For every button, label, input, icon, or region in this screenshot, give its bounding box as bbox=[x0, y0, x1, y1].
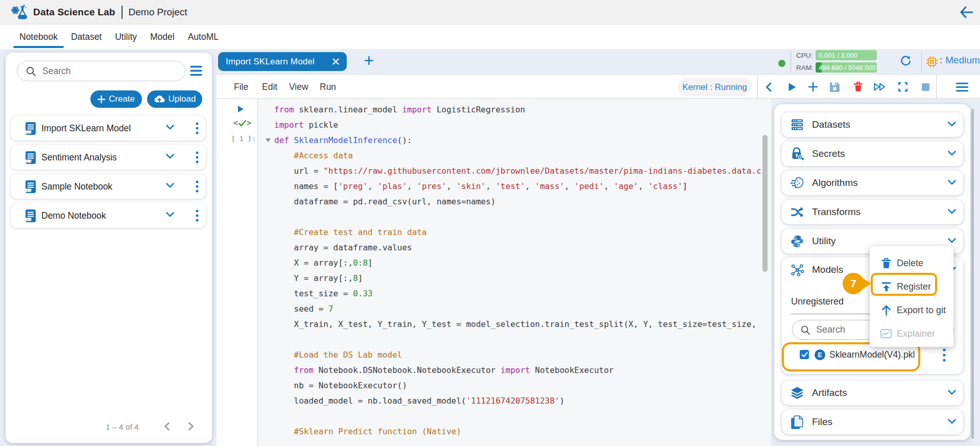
upload-button[interactable]: Upload bbox=[147, 90, 202, 108]
toolbar-prev-cell-button[interactable] bbox=[762, 81, 775, 93]
kernel-status-dot bbox=[778, 60, 785, 67]
menu-view[interactable]: View bbox=[289, 82, 308, 92]
chevron-down-icon bbox=[948, 209, 956, 214]
cell-executed-icon: <> bbox=[233, 119, 251, 128]
panel-scrollbar[interactable] bbox=[971, 109, 974, 439]
chevron-down-icon[interactable] bbox=[166, 183, 174, 188]
code-line: #Access data bbox=[274, 148, 761, 163]
context-menu-item-explainer[interactable]: Explainer bbox=[870, 322, 953, 345]
menu-file[interactable]: File bbox=[234, 82, 248, 92]
divider bbox=[791, 51, 791, 73]
nav-tab-model[interactable]: Model bbox=[144, 25, 181, 49]
code-content[interactable]: from sklearn.linear_model import Logisti… bbox=[274, 102, 761, 439]
editor-scrollbar[interactable] bbox=[762, 135, 768, 272]
pagination-next-icon[interactable] bbox=[188, 422, 195, 431]
panel-section-files[interactable]: Files bbox=[782, 410, 963, 434]
tab-close-icon[interactable] bbox=[332, 58, 339, 65]
toolbar-save-button[interactable] bbox=[828, 81, 841, 93]
context-menu-item-delete[interactable]: Delete bbox=[870, 251, 953, 275]
create-button[interactable]: Create bbox=[90, 90, 142, 108]
code-line: array = dataframe.values bbox=[274, 240, 761, 255]
refresh-icon[interactable] bbox=[900, 55, 911, 67]
notebook-list-item[interactable]: <·> Import SKLearn Model bbox=[11, 116, 206, 140]
kebab-menu-icon[interactable] bbox=[196, 209, 199, 222]
code-line: def SklearnModelInference(): bbox=[274, 133, 761, 148]
module-tabs: Notebook Dataset Utility Model AutoML bbox=[0, 25, 980, 50]
divider bbox=[921, 51, 922, 73]
panel-section-artifacts[interactable]: Artifacts bbox=[782, 381, 963, 405]
toolbar-delete-button[interactable] bbox=[852, 81, 864, 93]
editor-tab-strip: Import SKLearn Model CPU: 0.001 / 3.000 … bbox=[217, 50, 980, 74]
chevron-down-icon[interactable] bbox=[166, 154, 174, 159]
code-line: import pickle bbox=[274, 118, 761, 133]
notebook-icon: <·> bbox=[25, 151, 36, 165]
notebook-list-item[interactable]: <·> Sentiment Analysis bbox=[11, 145, 206, 170]
code-line: #Create test and train data bbox=[274, 225, 761, 240]
code-line: X_train, X_test, Y_train, Y_test = model… bbox=[274, 317, 761, 332]
top-bar: Data Science Lab Demo Project bbox=[0, 0, 980, 25]
nav-tab-notebook[interactable]: Notebook bbox=[13, 25, 64, 49]
arrow-up-icon bbox=[880, 304, 892, 316]
sidebar-search[interactable] bbox=[17, 61, 185, 81]
code-line: X = array[:,0:8] bbox=[274, 255, 761, 271]
kebab-menu-icon[interactable] bbox=[196, 122, 199, 134]
code-line: names = ['preg', 'plas', 'pres', 'skin',… bbox=[274, 179, 761, 194]
sidebar-pagination: 1 – 4 of 4 bbox=[6, 421, 212, 433]
sidebar-menu-icon[interactable] bbox=[190, 65, 202, 76]
notebook-list-item[interactable]: <·> Demo Notebook bbox=[11, 203, 206, 228]
cloud-upload-icon bbox=[154, 95, 165, 103]
nav-tab-utility[interactable]: Utility bbox=[109, 25, 143, 49]
panel-section-secrets[interactable]: Secrets bbox=[782, 142, 963, 166]
toolbar-fullscreen-button[interactable] bbox=[897, 81, 909, 93]
execution-count: [ 1 ]: bbox=[231, 135, 256, 143]
kebab-menu-icon[interactable] bbox=[196, 180, 199, 193]
register-highlight-box bbox=[871, 273, 937, 296]
toolbar-run-button[interactable] bbox=[786, 81, 798, 93]
notebook-tab[interactable]: Import SKLearn Model bbox=[218, 52, 347, 71]
panel-section-transforms[interactable]: Transforms bbox=[782, 200, 963, 224]
kebab-menu-icon[interactable] bbox=[196, 151, 199, 163]
toolbar-stop-button[interactable] bbox=[919, 81, 931, 93]
notebook-icon: <·> bbox=[25, 122, 36, 135]
chart-icon bbox=[880, 328, 892, 339]
step-callout: 7 bbox=[843, 273, 864, 294]
toolbar-run-all-button[interactable] bbox=[874, 81, 886, 93]
code-fold-icon[interactable] bbox=[266, 138, 271, 142]
tab-add-icon[interactable] bbox=[365, 56, 373, 65]
search-input[interactable] bbox=[42, 66, 170, 77]
menu-run[interactable]: Run bbox=[320, 82, 336, 92]
svg-text:<·>: <·> bbox=[27, 159, 32, 162]
chevron-down-icon[interactable] bbox=[166, 212, 174, 217]
toolbar-add-cell-button[interactable] bbox=[807, 81, 819, 93]
code-line: seed = 7 bbox=[274, 301, 761, 317]
run-cell-icon[interactable] bbox=[237, 105, 244, 113]
panel-section-datasets[interactable]: Datasets bbox=[782, 112, 963, 137]
files-icon bbox=[791, 415, 804, 429]
editor-menu-bar: File Edit View Run Kernel : Running bbox=[217, 74, 980, 99]
pagination-prev-icon[interactable] bbox=[163, 422, 170, 431]
model-kebab-icon[interactable] bbox=[943, 348, 946, 362]
notebook-list: <·> Import SKLearn Model <·> Sentiment A… bbox=[11, 116, 206, 232]
algorithms-icon bbox=[791, 176, 804, 190]
chevron-down-icon[interactable] bbox=[166, 125, 174, 130]
nav-tab-dataset[interactable]: Dataset bbox=[65, 25, 108, 49]
utility-icon bbox=[791, 234, 804, 248]
notebook-list-item[interactable]: <·> Sample Notebook bbox=[11, 174, 206, 199]
chevron-down-icon bbox=[948, 419, 956, 424]
app-logo-icon bbox=[11, 4, 28, 21]
panel-section-algorithms[interactable]: Algorithms bbox=[782, 171, 963, 195]
app-title: Data Science Lab bbox=[33, 7, 115, 18]
chevron-down-icon bbox=[948, 390, 956, 395]
code-line bbox=[274, 209, 761, 225]
code-editor: <> [ 1 ]: from sklearn.linear_model impo… bbox=[217, 99, 771, 446]
models-sub-label: Unregistered bbox=[791, 296, 844, 307]
menu-edit[interactable]: Edit bbox=[262, 82, 277, 92]
svg-text:<·>: <·> bbox=[27, 218, 32, 221]
toolbar-more-menu-icon[interactable] bbox=[956, 81, 968, 93]
nav-tab-automl[interactable]: AutoML bbox=[182, 25, 225, 49]
divider bbox=[757, 75, 758, 99]
instance-size[interactable]: :Medium bbox=[940, 55, 980, 66]
model-context-menu: Delete Register Export to git Explainer bbox=[870, 246, 953, 347]
back-arrow-icon[interactable] bbox=[960, 6, 973, 18]
context-menu-item-export-to-git[interactable]: Export to git bbox=[870, 298, 953, 322]
